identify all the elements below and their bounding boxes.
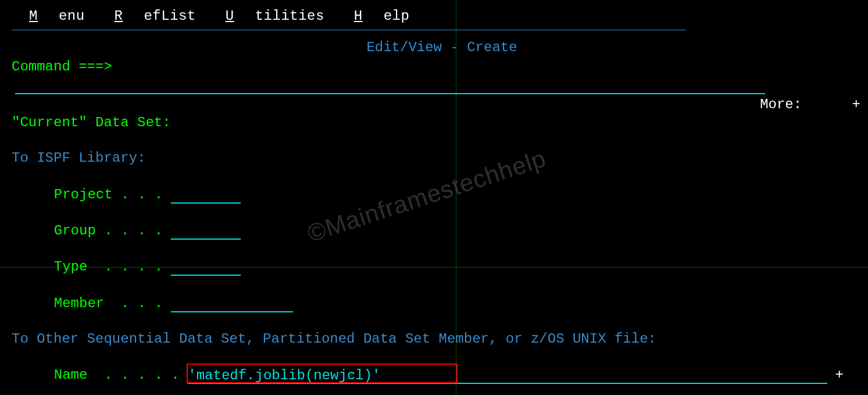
command-label: Command ===> bbox=[12, 59, 112, 74]
command-input[interactable] bbox=[15, 78, 765, 94]
crosshair-horizontal bbox=[0, 267, 868, 268]
name-input[interactable] bbox=[188, 368, 827, 384]
name-more-indicator: + bbox=[835, 366, 844, 384]
menu-menu[interactable]: Menu bbox=[29, 8, 85, 24]
project-label: Project . . . bbox=[54, 187, 163, 202]
more-indicator: + bbox=[852, 97, 860, 112]
other-heading: To Other Sequential Data Set, Partitione… bbox=[12, 330, 856, 348]
type-input[interactable] bbox=[171, 259, 241, 276]
menu-reflist[interactable]: RefList bbox=[115, 8, 196, 24]
panel-title: Edit/View - Create bbox=[12, 38, 868, 56]
more-label: More: bbox=[760, 97, 802, 112]
menubar: Menu RefList Utilities Help bbox=[12, 5, 856, 30]
name-label: Name . . . . . bbox=[54, 367, 180, 383]
menu-utilities[interactable]: Utilities bbox=[226, 8, 324, 24]
menubar-rule bbox=[12, 30, 686, 30]
group-label: Group . . . . bbox=[54, 223, 163, 239]
crosshair-vertical bbox=[456, 0, 456, 395]
current-ds-heading: "Current" Data Set: bbox=[12, 113, 856, 131]
ispf-heading: To ISPF Library: bbox=[12, 149, 856, 167]
member-label: Member . . . bbox=[54, 296, 163, 311]
member-input[interactable] bbox=[171, 296, 293, 312]
group-input[interactable] bbox=[171, 223, 241, 240]
menu-help[interactable]: Help bbox=[354, 8, 410, 24]
project-input[interactable] bbox=[171, 187, 241, 204]
